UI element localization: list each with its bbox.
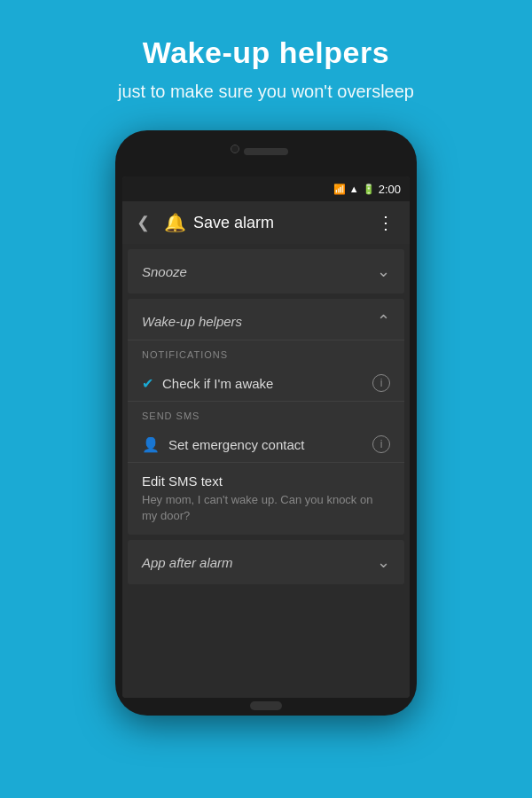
header-section: Wake-up helpers just to make sure you wo…	[100, 0, 432, 121]
page-title: Wake-up helpers	[118, 35, 414, 70]
status-bar: 📶 ▲ 🔋 2:00	[122, 176, 410, 201]
status-time: 2:00	[379, 183, 401, 196]
phone-speaker	[244, 148, 288, 155]
app-after-chevron-down-icon: ⌄	[377, 552, 390, 572]
edit-sms-text: Hey mom, I can't wake up. Can you knock …	[142, 492, 390, 524]
contact-info-icon[interactable]: i	[372, 435, 390, 453]
snooze-row[interactable]: Snooze ⌄	[128, 249, 404, 293]
app-after-alarm-row[interactable]: App after alarm ⌄	[128, 540, 404, 584]
contact-icon: 👤	[142, 436, 160, 453]
snooze-label: Snooze	[142, 264, 187, 279]
checkbox-checked-icon[interactable]: ✔	[142, 375, 153, 392]
send-sms-label: SEND SMS	[128, 402, 404, 426]
more-options-button[interactable]: ⋮	[370, 205, 403, 240]
phone-camera	[231, 145, 239, 153]
emergency-contact-label: Set emergency contact	[168, 437, 364, 452]
notifications-label: NOTIFICATIONS	[128, 340, 404, 365]
edit-sms-row[interactable]: Edit SMS text Hey mom, I can't wake up. …	[128, 463, 404, 535]
phone-mockup: 📶 ▲ 🔋 2:00 ❮ 🔔 Save alarm ⋮	[115, 130, 417, 716]
wifi-icon: 📶	[333, 184, 346, 195]
app-after-alarm-label: App after alarm	[142, 555, 233, 570]
phone-frame: 📶 ▲ 🔋 2:00 ❮ 🔔 Save alarm ⋮	[115, 130, 417, 716]
check-if-awake-row[interactable]: ✔ Check if I'm awake i	[128, 365, 404, 402]
check-if-awake-label: Check if I'm awake	[162, 376, 364, 391]
phone-home-button	[250, 701, 282, 710]
app-after-alarm-section[interactable]: App after alarm ⌄	[128, 540, 404, 584]
snooze-chevron-down-icon: ⌄	[377, 262, 390, 281]
signal-icon: ▲	[349, 184, 359, 194]
content-area: Snooze ⌄ Wake-up helpers ⌃ NOTIFICATIONS…	[122, 244, 410, 698]
wakeup-header-row[interactable]: Wake-up helpers ⌃	[128, 299, 404, 340]
wakeup-helpers-title: Wake-up helpers	[142, 314, 242, 329]
page-subtitle: just to make sure you won't oversleep	[118, 79, 414, 104]
wakeup-chevron-up-icon: ⌃	[377, 311, 390, 331]
check-awake-info-icon[interactable]: i	[372, 374, 390, 392]
alarm-icon: 🔔	[164, 212, 186, 233]
edit-sms-title: Edit SMS text	[142, 473, 390, 489]
battery-icon: 🔋	[363, 184, 375, 195]
back-button[interactable]: ❮	[129, 206, 157, 239]
snooze-section[interactable]: Snooze ⌄	[128, 249, 404, 293]
app-bar-title: Save alarm	[193, 214, 370, 232]
phone-screen: 📶 ▲ 🔋 2:00 ❮ 🔔 Save alarm ⋮	[122, 176, 410, 698]
app-bar: ❮ 🔔 Save alarm ⋮	[122, 201, 410, 244]
emergency-contact-row[interactable]: 👤 Set emergency contact i	[128, 426, 404, 463]
status-icons: 📶 ▲ 🔋 2:00	[333, 183, 401, 196]
wakeup-helpers-section: Wake-up helpers ⌃ NOTIFICATIONS ✔ Check …	[128, 299, 404, 535]
